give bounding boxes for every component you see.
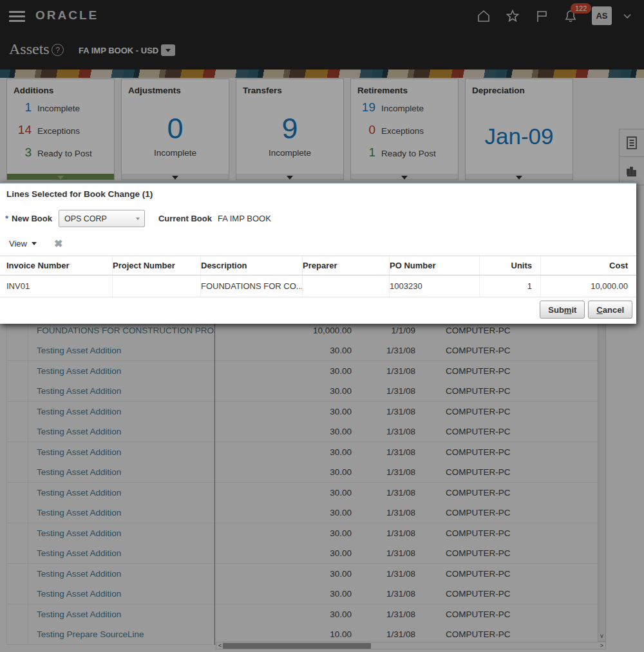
- dialog-title: Lines Selected for Book Change (1): [0, 183, 636, 199]
- description-cell: FOUNDATIONS FOR CO...: [201, 275, 303, 297]
- dialog-table-header: Invoice Number Project Number Descriptio…: [0, 256, 636, 275]
- chevron-down-icon: [136, 218, 140, 220]
- new-book-label: New Book: [12, 214, 52, 223]
- units-cell: 1: [480, 275, 541, 297]
- application-window: ORACLE 122 AS Assets ? FA IMP BOOK - USD: [0, 0, 644, 652]
- required-asterisk: *: [5, 214, 8, 223]
- current-book-label: Current Book: [158, 214, 212, 223]
- column-header[interactable]: Cost: [541, 256, 636, 275]
- caret-down-icon: [32, 242, 37, 245]
- project-number-cell: [113, 275, 201, 297]
- column-header[interactable]: Preparer: [303, 256, 390, 275]
- column-header[interactable]: Description: [201, 256, 303, 275]
- new-book-select[interactable]: OPS CORP: [59, 210, 145, 227]
- view-menu-label: View: [9, 239, 27, 248]
- cancel-button[interactable]: Cancel: [588, 301, 632, 319]
- invoice-number-cell: INV01: [0, 275, 113, 297]
- column-header[interactable]: Invoice Number: [0, 256, 113, 275]
- po-number-cell: 1003230: [390, 275, 480, 297]
- preparer-cell: [303, 275, 390, 297]
- book-change-dialog: Lines Selected for Book Change (1) * New…: [0, 182, 636, 324]
- column-header[interactable]: Project Number: [113, 256, 201, 275]
- dialog-table-row[interactable]: INV01 FOUNDATIONS FOR CO... 1003230 1 10…: [0, 275, 636, 297]
- modal-overlay: [0, 0, 644, 652]
- submit-button[interactable]: Submit: [540, 301, 585, 319]
- cost-cell: 10,000.00: [541, 275, 636, 297]
- x-icon[interactable]: ✖: [54, 238, 62, 250]
- view-menu[interactable]: View: [9, 239, 37, 248]
- current-book-value: FA IMP BOOK: [218, 214, 271, 223]
- column-header[interactable]: Units: [480, 256, 541, 275]
- new-book-value: OPS CORP: [59, 214, 136, 223]
- column-header[interactable]: PO Number: [390, 256, 480, 275]
